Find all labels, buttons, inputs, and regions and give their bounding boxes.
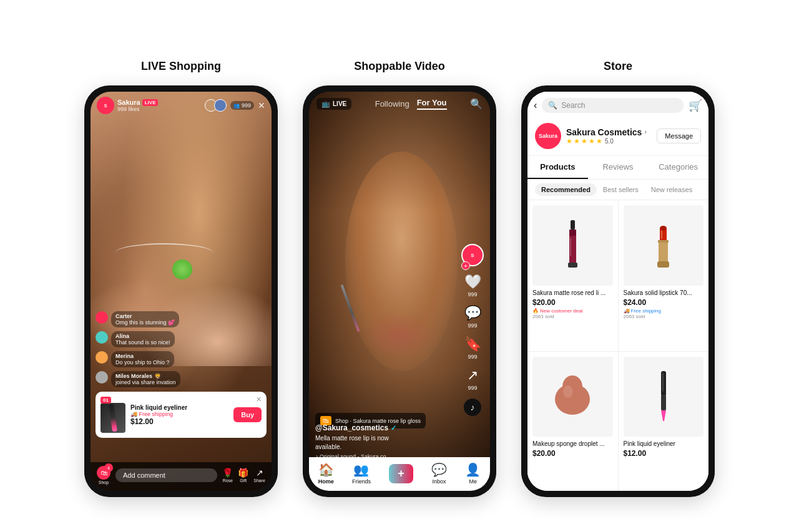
video-share-action[interactable]: ↗ 999 [467, 367, 478, 391]
search-bar[interactable]: 🔍 Search [542, 98, 684, 113]
store-name: Sakura Cosmetics › [566, 127, 647, 137]
comment-3: Merina Do you ship to Ohio ? [96, 351, 267, 367]
comment-text-3: Do you ship to Ohio ? [115, 359, 170, 365]
live-viewer-count: 👥 999 [230, 101, 254, 110]
svg-rect-2 [569, 230, 576, 236]
svg-rect-8 [657, 261, 669, 268]
store-profile-left: Sakura Sakura Cosmetics › ★ ★ [535, 123, 647, 149]
live-indicator: 📺 LIVE [316, 98, 351, 110]
rose-action[interactable]: 🌹 Rose [222, 468, 233, 483]
video-sidebar: S + 🤍 999 💬 999 🔖 [461, 244, 484, 416]
tab-products[interactable]: Products [527, 156, 588, 179]
product-card-1[interactable]: Sakura matte rose red li ... $20.00 🔥 Ne… [527, 200, 618, 351]
video-screen: 📺 LIVE Following For You 🔍 [309, 92, 490, 491]
tab-reviews[interactable]: Reviews [588, 156, 649, 179]
comment-name-4: Miles Morales 🦁 [115, 373, 176, 379]
back-button[interactable]: ‹ [534, 100, 537, 111]
video-nav-friends[interactable]: 👥 Friends [352, 462, 371, 485]
share-action[interactable]: ↗ Share [253, 468, 265, 483]
video-comment-action[interactable]: 💬 999 [464, 305, 481, 329]
inbox-icon: 💬 [431, 462, 447, 477]
product-img-1 [532, 205, 613, 286]
svg-marker-16 [661, 410, 666, 421]
svg-rect-4 [568, 263, 577, 268]
live-user-avatar: S [97, 97, 114, 114]
live-bottombar: 🛍 Shop 4 Add comment 🌹 Rose [91, 462, 272, 491]
message-button[interactable]: Message [657, 128, 701, 143]
shop-container: 🛍 Shop 4 [97, 466, 110, 485]
comment-2: Alina That sound is so nice! [96, 331, 267, 347]
eyeliner-store-svg [654, 370, 673, 423]
comment-avatar-4 [96, 371, 108, 384]
live-badge: LIVE [142, 99, 159, 106]
video-bottom-nav: 🏠 Home 👥 Friends + [309, 457, 490, 491]
tab-for-you[interactable]: For You [417, 98, 447, 110]
store-column: Store ‹ 🔍 Search 🛒 [521, 60, 715, 497]
gift-action[interactable]: 🎁 Gift [238, 468, 248, 483]
search-icon[interactable]: 🔍 [470, 98, 483, 110]
video-bookmark-action[interactable]: 🔖 999 [464, 336, 481, 360]
tab-following[interactable]: Following [375, 99, 409, 109]
live-right-controls: 👥 999 ✕ [205, 99, 265, 112]
rose-label: Rose [223, 478, 233, 483]
video-follow-plus[interactable]: + [461, 261, 470, 270]
store-app: ‹ 🔍 Search 🛒 Sakura [527, 92, 708, 491]
live-viewer-2 [214, 99, 227, 112]
video-nav-add[interactable]: + [389, 464, 413, 483]
bookmark-icon: 🔖 [464, 336, 481, 352]
sponge-svg [549, 373, 596, 420]
video-description: Mella matte rose lip is now available. [315, 434, 453, 452]
live-close-button[interactable]: ✕ [258, 100, 265, 110]
share-label: Share [253, 478, 265, 483]
comment-4: Miles Morales 🦁 joined via share invatio… [96, 371, 267, 387]
store-screen-inner: ‹ 🔍 Search 🛒 Sakura [527, 92, 708, 491]
product-number: 01 [100, 397, 111, 404]
comment-body-3: Merina Do you ship to Ohio ? [111, 351, 174, 367]
store-title: Store [604, 60, 632, 73]
profile-icon: 👤 [465, 462, 481, 477]
shipping-text: Free shipping [139, 411, 174, 417]
shop-badge: 4 [104, 463, 113, 472]
video-nav-home[interactable]: 🏠 Home [318, 462, 334, 485]
cart-icon[interactable]: 🛒 [689, 99, 702, 112]
video-like-action[interactable]: 🤍 999 [464, 274, 481, 297]
comment-1: Carter Omg this is stunning 💕 [96, 311, 267, 327]
heart-icon: 🤍 [464, 274, 481, 290]
product-card-2[interactable]: Sakura solid lipstick 70... $24.00 🚚 Fre… [619, 200, 709, 351]
buy-button[interactable]: Buy [233, 407, 262, 422]
applicator-blob [172, 259, 192, 279]
filter-recommended[interactable]: Recommended [535, 183, 597, 196]
plus-icon: + [398, 467, 404, 480]
comment-input[interactable]: Add comment [115, 468, 217, 482]
comment-body-4: Miles Morales 🦁 joined via share invatio… [111, 371, 180, 387]
shop-label: Shop [99, 480, 109, 485]
comment-body-1: Carter Omg this is stunning 💕 [111, 311, 179, 327]
tab-categories[interactable]: Categories [648, 156, 708, 179]
video-nav-inbox[interactable]: 💬 Inbox [431, 462, 447, 485]
gift-icon: 🎁 [238, 468, 248, 478]
shipping-icon: 🚚 [130, 411, 137, 417]
store-profile: Sakura Sakura Cosmetics › ★ ★ [527, 117, 708, 156]
eye-decoration [115, 243, 213, 262]
comment-placeholder: Add comment [123, 472, 165, 479]
me-label: Me [469, 478, 478, 485]
product-card-4[interactable]: Pink liquid eyeliner $12.00 [619, 352, 709, 491]
search-bar-placeholder: Search [561, 101, 585, 110]
product-card-3[interactable]: Makeup sponge droplet ... $20.00 [527, 352, 618, 491]
store-phone: ‹ 🔍 Search 🛒 Sakura [521, 85, 715, 497]
filter-bestsellers[interactable]: Best sellers [597, 183, 645, 196]
lipstick-svg [649, 219, 677, 272]
video-creator-name: @Sakura_cosmetics ✓ [315, 423, 453, 432]
product-name-1: Sakura matte rose red li ... [532, 289, 613, 297]
add-button[interactable]: + [389, 464, 413, 483]
product-title: Pink liquid eyeliner [130, 404, 228, 411]
video-nav-me[interactable]: 👤 Me [465, 462, 481, 485]
close-product-button[interactable]: ✕ [256, 395, 262, 404]
svg-rect-17 [662, 373, 664, 392]
product-deal-2: 🚚 Free shipping [624, 308, 704, 314]
live-topbar: S Sakura LIVE 999 likes [91, 92, 272, 119]
filter-newreleases[interactable]: New releases [645, 183, 699, 196]
product-price-3: $20.00 [532, 449, 613, 458]
lipgloss-svg [562, 219, 584, 272]
live-comments-section: Carter Omg this is stunning 💕 Alina That… [96, 311, 267, 391]
